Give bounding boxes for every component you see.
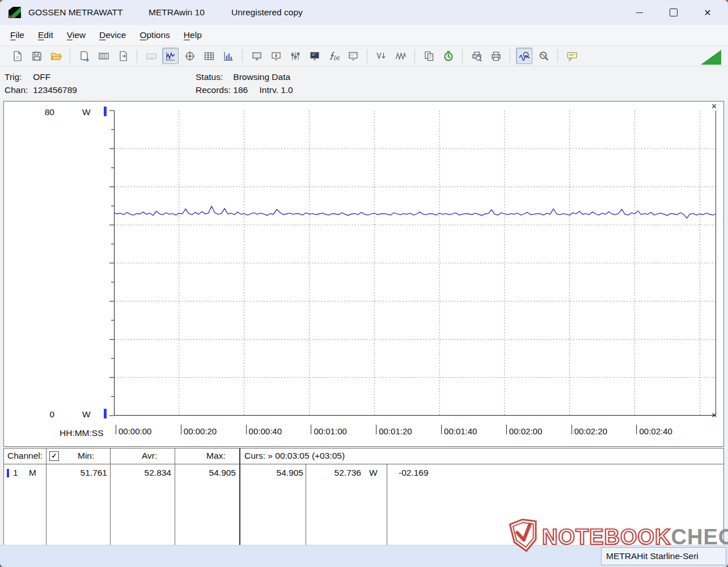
chan-label: Chan:: [5, 83, 31, 96]
chan-value: 123456789: [33, 85, 77, 95]
toolbar-separator: [367, 49, 367, 63]
wave-min-marker-button[interactable]: [373, 48, 390, 64]
window-title-license: Unregistered copy: [231, 0, 303, 25]
export-data-button[interactable]: [76, 48, 92, 64]
wave-arrow-icon: [376, 50, 387, 62]
cursor-handle-bottom-icon[interactable]: ✕: [711, 411, 717, 420]
records-label: Records:: [196, 83, 231, 96]
table-divider: [306, 464, 306, 545]
table-divider: [239, 448, 240, 545]
trig-value: OFF: [33, 72, 50, 82]
corner-triangle-icon: [701, 50, 721, 65]
floppy-icon: [31, 50, 43, 62]
minimize-icon: [636, 12, 643, 13]
wave-envelope-icon: [395, 50, 407, 62]
toolbar-separator: [137, 49, 137, 63]
x-axis-format-label: HH:MM:SS: [60, 428, 104, 438]
open-folder-button[interactable]: [48, 48, 64, 64]
maximize-icon: [670, 9, 678, 16]
column-header-max: Max:: [206, 451, 226, 461]
time-tick-mark: [441, 425, 442, 434]
toolbar-separator: [510, 49, 510, 63]
time-tick-mark: [311, 425, 311, 434]
menu-edit[interactable]: Edit: [31, 25, 60, 45]
device-memory-button[interactable]: [345, 48, 361, 64]
cursor-handle-top-icon[interactable]: ✕: [711, 102, 717, 111]
print-preview-button[interactable]: [468, 48, 485, 64]
monitor-arrow-icon: [270, 50, 282, 62]
y-axis-unit-top: W: [82, 107, 91, 117]
bar-graph-view-button[interactable]: [220, 48, 236, 64]
time-tick-mark: [636, 425, 637, 434]
monitor-dots-icon: [348, 50, 359, 62]
time-tick-mark: [116, 425, 116, 434]
minimize-button[interactable]: [623, 0, 657, 25]
zoom-signal-button[interactable]: [516, 48, 532, 64]
plot-area[interactable]: [114, 111, 716, 416]
menu-help[interactable]: Help: [177, 25, 209, 45]
zoom-out-button[interactable]: [535, 48, 552, 64]
cell-channel-number: 1: [13, 468, 18, 478]
y-axis-unit-bottom: W: [82, 409, 91, 420]
records-film-button[interactable]: [95, 48, 112, 64]
scope-view-button[interactable]: [181, 48, 198, 64]
window-controls: ✕: [623, 0, 725, 25]
menu-file[interactable]: File: [3, 25, 31, 45]
time-tick-label: 00:02:00: [509, 426, 542, 436]
function-fx-button[interactable]: (x): [325, 48, 342, 64]
keyboard-entry-button[interactable]: [143, 48, 159, 64]
page-forward-button[interactable]: [115, 48, 131, 64]
open-data-button[interactable]: [9, 48, 26, 64]
copy-data-button[interactable]: [421, 48, 437, 64]
print-button[interactable]: [488, 48, 504, 64]
channel-mixer-button[interactable]: [287, 48, 303, 64]
table-divider: [175, 448, 175, 545]
time-tick-mark: [246, 425, 247, 434]
time-tick-label: 00:02:40: [639, 426, 672, 436]
app-logo-icon: [8, 5, 23, 20]
page-export-icon: [79, 50, 90, 62]
menu-device[interactable]: Device: [92, 25, 133, 45]
zoom-lens-icon: [538, 50, 549, 62]
channel-visibility-checkbox[interactable]: ✓: [49, 451, 59, 461]
table-divider: [46, 448, 46, 545]
channel-color-marker-row: [7, 469, 9, 477]
time-tick-mark: [376, 425, 376, 434]
metrawin-window: GOSSEN METRAWATT METRAwin 10 Unregistere…: [0, 0, 728, 567]
column-header-avr: Avr:: [142, 451, 157, 461]
copy-icon: [424, 50, 435, 62]
cell-channel-mode: M: [29, 468, 36, 478]
time-tick-label: 00:00:40: [249, 426, 282, 436]
device-display-button[interactable]: [306, 48, 323, 64]
device-read-button[interactable]: [268, 48, 284, 64]
maximize-button[interactable]: [657, 0, 691, 25]
records-value: 186: [233, 85, 248, 95]
close-button[interactable]: ✕: [691, 0, 725, 25]
yt-line-chart-button[interactable]: [162, 48, 179, 64]
toolbar-separator: [557, 49, 558, 63]
save-data-button[interactable]: [28, 48, 45, 64]
printer-icon: [490, 50, 502, 62]
table-view-button[interactable]: [201, 48, 217, 64]
acquisition-status-panel: Trig: OFF Chan: 123456789 Status: Browsi…: [0, 66, 728, 100]
column-header-channel: Channel:: [7, 451, 43, 461]
device-panel-button[interactable]: [248, 48, 265, 64]
time-tick-label: 00:01:40: [444, 426, 477, 436]
annotation-button[interactable]: [564, 48, 580, 64]
y-axis-max-label: 80: [35, 107, 54, 117]
menu-options[interactable]: Options: [133, 25, 176, 45]
connected-device-field: METRAHit Starline-Seri: [601, 547, 726, 565]
monitor-small-icon: [251, 50, 263, 62]
time-tick-label: 00:01:00: [314, 426, 346, 436]
wave-envelope-button[interactable]: [392, 48, 409, 64]
menu-view[interactable]: View: [60, 25, 92, 45]
fx-icon: (x): [328, 50, 340, 62]
keyboard-icon: [146, 50, 157, 62]
svg-text:(x): (x): [334, 54, 340, 60]
measurement-table: Channel: ✓ Min: Avr: Max: Curs: » 00:03:…: [3, 448, 724, 545]
film-icon: [98, 50, 109, 62]
intrv-label: Intrv.: [260, 85, 278, 95]
time-tick-mark: [181, 425, 181, 434]
timer-clock-button[interactable]: [440, 48, 456, 64]
zoom-wave-icon: [519, 50, 530, 62]
